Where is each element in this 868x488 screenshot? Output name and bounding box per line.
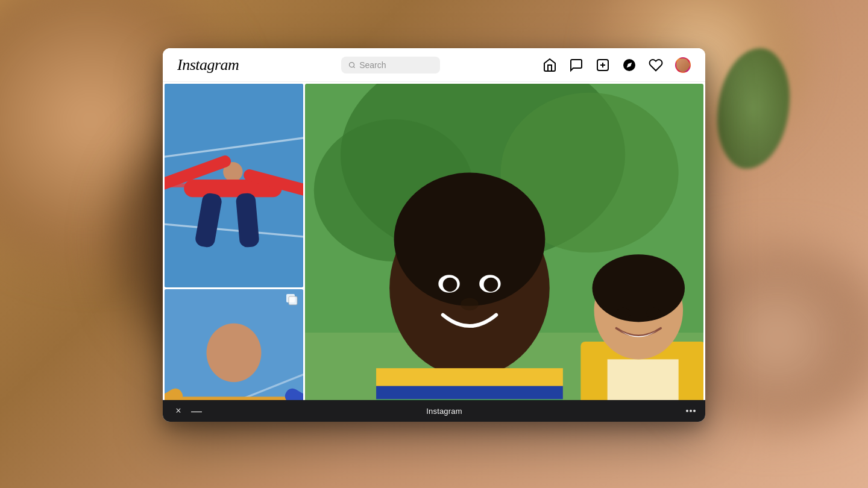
svg-point-20 — [207, 324, 262, 382]
svg-rect-29 — [289, 296, 297, 305]
titlebar-controls: × — — [172, 405, 203, 417]
more-dot-3 — [693, 410, 696, 412]
search-bar[interactable]: Search — [341, 57, 440, 74]
photo-colorful-portrait[interactable] — [165, 289, 303, 400]
explore-icon[interactable] — [622, 58, 637, 72]
search-icon — [348, 61, 356, 69]
svg-point-43 — [443, 278, 458, 292]
svg-point-50 — [616, 308, 631, 319]
svg-rect-40 — [376, 399, 563, 400]
photo-basketball-court[interactable] — [165, 84, 303, 287]
svg-point-45 — [461, 298, 479, 311]
right-column — [305, 84, 703, 400]
more-dot-1 — [686, 410, 688, 412]
titlebar: × — Instagram — [163, 400, 705, 422]
svg-point-0 — [350, 62, 354, 67]
messenger-icon[interactable] — [569, 58, 583, 72]
photo-selfie-main[interactable] — [305, 84, 703, 400]
titlebar-title: Instagram — [426, 407, 462, 416]
svg-point-51 — [647, 308, 661, 319]
home-icon[interactable] — [542, 58, 557, 72]
svg-rect-21 — [179, 396, 289, 400]
avatar[interactable] — [675, 57, 691, 73]
svg-point-49 — [593, 254, 685, 322]
svg-rect-39 — [376, 386, 563, 399]
instagram-logo[interactable]: Instagram — [177, 56, 239, 74]
svg-point-44 — [484, 278, 498, 292]
nav-icons — [542, 57, 691, 73]
more-dot-2 — [690, 410, 692, 412]
navbar: Instagram Search — [163, 48, 705, 82]
close-button[interactable]: × — [172, 405, 184, 417]
left-column — [165, 84, 303, 400]
photo-grid — [163, 82, 705, 400]
more-options-button[interactable] — [686, 410, 696, 412]
svg-point-37 — [394, 173, 546, 306]
heart-icon[interactable] — [649, 58, 663, 72]
minimize-icon: — — [191, 405, 202, 416]
close-icon: × — [175, 406, 181, 416]
multi-image-badge — [286, 294, 298, 308]
svg-rect-47 — [608, 359, 679, 400]
create-icon[interactable] — [596, 58, 610, 72]
app-window: Instagram Search — [163, 48, 705, 422]
minimize-button[interactable]: — — [190, 405, 203, 417]
search-placeholder: Search — [359, 60, 386, 70]
